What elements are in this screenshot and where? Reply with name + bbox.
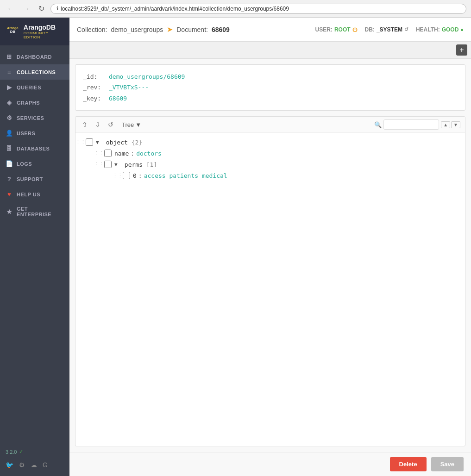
- add-icon-bar: +: [69, 42, 471, 59]
- drag-handle: ⋮⋮: [75, 139, 83, 145]
- meta-key-value: 68609: [109, 93, 127, 104]
- sidebar-label-dashboard: DASHBOARD: [17, 54, 52, 60]
- sidebar-bottom: 3.2.0 ✓ 🐦 ⚙ ☁ G: [0, 445, 69, 476]
- settings-icon[interactable]: ⚙: [19, 461, 25, 469]
- tree-search-area: 🔍 ▲ ▼: [374, 119, 460, 130]
- health-badge: HEALTH: GOOD ●: [416, 26, 464, 33]
- cloud-icon[interactable]: ☁: [31, 461, 37, 469]
- perms-checkbox[interactable]: [104, 161, 112, 168]
- tree-view-selector[interactable]: Tree ▼: [119, 120, 144, 129]
- sidebar-item-graphs[interactable]: ◈ GRAPHS: [0, 95, 69, 110]
- sidebar-item-users[interactable]: 👤 USERS: [0, 125, 69, 141]
- delete-button[interactable]: Delete: [390, 457, 427, 471]
- perms-0-value: access_patients_medical: [144, 172, 227, 179]
- perms-0-checkbox[interactable]: [123, 172, 130, 179]
- perms-0-key: 0: [133, 172, 137, 179]
- bottom-bar: Delete Save: [69, 452, 471, 476]
- save-button[interactable]: Save: [431, 457, 464, 471]
- sidebar-item-logs[interactable]: 📄 LOGS: [0, 156, 69, 171]
- root-count: {2}: [132, 139, 142, 146]
- sidebar-footer-icons: 🐦 ⚙ ☁ G: [0, 458, 69, 471]
- health-label: HEALTH:: [416, 26, 440, 33]
- sidebar-nav: ⊞ DASHBOARD ≡ COLLECTIONS ▶ QUERIES ◈ GR…: [0, 45, 69, 445]
- sidebar-label-queries: QUERIES: [17, 85, 41, 90]
- sidebar-item-collections[interactable]: ≡ COLLECTIONS: [0, 64, 69, 80]
- tree-search-input[interactable]: [383, 119, 439, 130]
- google-icon[interactable]: G: [43, 461, 48, 469]
- drag-handle: ⋮⋮: [94, 150, 101, 157]
- main-content: Collection: demo_usergroups ➤ Document: …: [69, 18, 471, 476]
- svg-text:Arango: Arango: [7, 26, 18, 30]
- twitter-icon[interactable]: 🐦: [6, 461, 13, 469]
- name-checkbox[interactable]: [104, 150, 112, 157]
- meta-rev-value: _VTVBTxS---: [109, 82, 149, 93]
- tree-row-perms-0: ⋮⋮ 0 : access_patients_medical: [75, 170, 465, 181]
- root-checkbox[interactable]: [86, 138, 93, 146]
- services-icon: ⚙: [6, 114, 13, 121]
- sidebar-item-helpus[interactable]: ♥ HELP US: [0, 187, 69, 202]
- sidebar-label-databases: DATABASES: [17, 146, 50, 151]
- tree-next-button[interactable]: ▼: [451, 121, 460, 128]
- sidebar-item-enterprise[interactable]: ★ GET ENTERPRISE: [0, 202, 69, 221]
- tree-row-perms: ⋮⋮ ▼ perms [1]: [75, 159, 465, 170]
- drag-handle: ⋮⋮: [113, 173, 120, 179]
- tree-panel: ⇧ ⇩ ↺ Tree ▼ 🔍 ▲ ▼: [75, 116, 465, 446]
- name-colon: :: [131, 150, 134, 157]
- sidebar: Arango DB ArangoDB COMMUNITY EDITION ⊞ D…: [0, 18, 69, 476]
- version-number: 3.2.0: [6, 449, 17, 455]
- sidebar-logo: Arango DB ArangoDB COMMUNITY EDITION: [0, 18, 69, 45]
- collapse-all-button[interactable]: ⇧: [80, 120, 89, 129]
- header-right: USER: ROOT ⏻ DB: _SYSTEM ↺ HEALTH: GOOD …: [315, 26, 464, 33]
- tree-view-label: Tree: [122, 121, 134, 128]
- queries-icon: ▶: [6, 84, 13, 91]
- collection-name: demo_usergroups: [111, 26, 163, 33]
- collections-icon: ≡: [6, 69, 13, 75]
- sidebar-item-databases[interactable]: 🗄 DATABASES: [0, 141, 69, 156]
- user-label: USER:: [315, 26, 333, 33]
- meta-key-row: _key: 68609: [83, 93, 458, 104]
- arangodb-logo: Arango DB: [5, 23, 21, 40]
- db-badge: DB: _SYSTEM ↺: [365, 26, 408, 33]
- add-document-button[interactable]: +: [456, 44, 467, 56]
- name-key: name: [114, 150, 129, 157]
- back-button[interactable]: ←: [5, 4, 17, 14]
- refresh-button[interactable]: ↻: [36, 3, 47, 14]
- users-icon: 👤: [6, 130, 13, 137]
- perms-toggle[interactable]: ▼: [114, 162, 121, 168]
- name-value: doctors: [136, 150, 162, 157]
- meta-id-key: _id:: [83, 71, 106, 82]
- tree-row-name: ⋮⋮ name : doctors: [75, 148, 465, 159]
- sidebar-label-services: SERVICES: [17, 115, 44, 121]
- databases-icon: 🗄: [6, 145, 13, 152]
- root-type: object: [102, 139, 132, 146]
- meta-id-row: _id: demo_usergroups/68609: [83, 71, 458, 82]
- user-value: ROOT: [334, 26, 351, 33]
- sidebar-item-support[interactable]: ? SUPPORT: [0, 171, 69, 187]
- tree-nav-arrows: ▲ ▼: [441, 121, 460, 128]
- tree-prev-button[interactable]: ▲: [441, 121, 450, 128]
- tree-toolbar: ⇧ ⇩ ↺ Tree ▼ 🔍 ▲ ▼: [75, 117, 465, 133]
- doc-id: 68609: [212, 26, 230, 33]
- tree-content: ⋮⋮ ▼ object {2} ⋮⋮ name : doctors ⋮⋮: [75, 133, 465, 446]
- dashboard-icon: ⊞: [6, 53, 13, 60]
- perms-key: perms: [121, 161, 143, 168]
- sidebar-label-helpus: HELP US: [17, 192, 40, 197]
- version-display: 3.2.0 ✓: [0, 445, 69, 458]
- support-icon: ?: [6, 175, 13, 182]
- sidebar-item-services[interactable]: ⚙ SERVICES: [0, 110, 69, 125]
- db-label: DB:: [365, 26, 375, 33]
- document-metadata: _id: demo_usergroups/68609 _rev: _VTVBTx…: [75, 64, 465, 111]
- sidebar-item-dashboard[interactable]: ⊞ DASHBOARD: [0, 49, 69, 64]
- sidebar-label-support: SUPPORT: [17, 176, 43, 182]
- sidebar-item-queries[interactable]: ▶ QUERIES: [0, 80, 69, 95]
- svg-text:DB: DB: [10, 30, 16, 34]
- perms-count: [1]: [143, 161, 157, 168]
- enterprise-icon: ★: [6, 208, 13, 215]
- meta-rev-key: _rev:: [83, 82, 106, 93]
- forward-button[interactable]: →: [20, 4, 32, 14]
- db-refresh-icon[interactable]: ↺: [404, 26, 408, 32]
- app-header: Collection: demo_usergroups ➤ Document: …: [69, 18, 471, 42]
- root-toggle[interactable]: ▼: [96, 139, 102, 145]
- expand-all-button[interactable]: ⇩: [93, 120, 102, 129]
- refresh-tree-button[interactable]: ↺: [106, 120, 115, 129]
